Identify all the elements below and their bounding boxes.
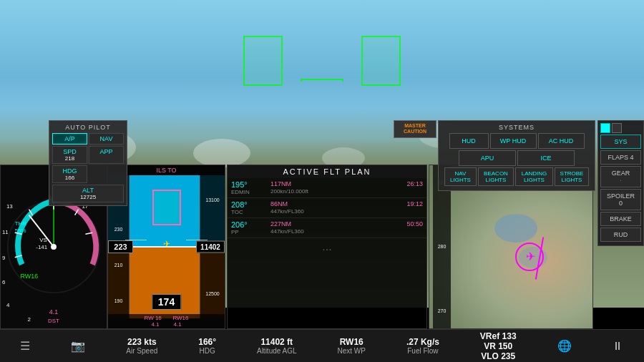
ai-speed-box: 223	[108, 240, 133, 253]
spd-button[interactable]: SPD218	[52, 146, 87, 164]
fp-row-3: 206° PP 227NM 447kn/FL360 50:50	[228, 218, 426, 238]
fp-time-3: 50:50	[366, 220, 423, 228]
snow-patch	[193, 139, 250, 167]
fp-row-1: 195° EDMIN 117NM 200kn/10.000ft 26:13	[228, 178, 426, 198]
svg-text:11: 11	[2, 229, 9, 235]
ap-title: AUTO PILOT	[52, 124, 124, 131]
svg-text:-141: -141	[36, 244, 47, 250]
right-panel: SYS FLAPS 4 GEAR· SPOILER0 BRAKE RUD	[597, 120, 644, 246]
sys-right-button[interactable]: SYS	[600, 134, 641, 149]
fp-time-2: 19:12	[366, 200, 423, 207]
right-panel-icons	[600, 123, 641, 133]
wp-hud-button[interactable]: WP HUD	[490, 133, 537, 149]
hdg-stat: 166° HDG	[198, 337, 216, 355]
svg-text:6: 6	[2, 279, 6, 285]
ai-altitude-box: 11402	[196, 241, 225, 253]
vref-stat: VRef 133 VR 150 VLO 235	[480, 331, 517, 361]
brake-button[interactable]: BRAKE	[600, 212, 641, 226]
airspeed-label: Air Speed	[126, 347, 157, 355]
systems-row-1: HUD WP HUD AC HUD	[441, 133, 592, 149]
altitude-stat: 11402 ft Altitude AGL	[257, 337, 297, 355]
pause-icon[interactable]: ⏸	[612, 340, 623, 353]
systems-row-3: NAVLIGHTS BEACONLIGHTS LANDINGLIGHTS STR…	[441, 167, 592, 186]
altitude-label: Altitude AGL	[257, 347, 297, 355]
hud-box-right	[361, 36, 401, 86]
ice-button[interactable]: ICE	[517, 150, 575, 166]
ac-hud-button[interactable]: AC HUD	[538, 133, 585, 149]
fuelflow-value: .27 Kg/s	[406, 337, 439, 347]
apu-button[interactable]: APU	[459, 150, 516, 166]
master-caution[interactable]: MASTERCAUTION	[394, 120, 436, 138]
camera-icon[interactable]: 📷	[71, 339, 85, 353]
systems-panel: SYSTEMS HUD WP HUD AC HUD APU ICE NAVLIG…	[438, 120, 595, 191]
fp-wp-1: 117NM 200kn/10.000ft	[270, 180, 366, 195]
rud-button[interactable]: RUD	[600, 228, 641, 242]
airspeed-stat: 223 kts Air Speed	[126, 337, 157, 355]
svg-text:9: 9	[2, 255, 5, 261]
hdg-value: 166°	[198, 337, 216, 347]
autopilot-panel: AUTO PILOT A/P NAV SPD218 APP HDG166 ALT…	[49, 120, 127, 206]
fp-wp-3: 227NM 447kn/FL360	[270, 220, 366, 235]
vlo-value: VLO 235	[480, 351, 517, 361]
nav-button[interactable]: NAV	[89, 133, 124, 145]
fp-deg-1: 195° EDMIN	[231, 180, 270, 195]
svg-text:13: 13	[6, 203, 13, 210]
flaps-button[interactable]: FLAPS 4	[600, 150, 641, 165]
airspeed-value: 223 kts	[126, 337, 157, 347]
fp-header: ACTIVE FLT PLAN	[228, 165, 426, 178]
svg-text:THR: THR	[15, 220, 26, 227]
vr-value: VR 150	[480, 341, 517, 351]
fp-wp-2: 86NM 447kn/FL360	[270, 200, 366, 215]
svg-text:4: 4	[6, 302, 10, 308]
fp-dots: ...	[228, 238, 426, 255]
svg-text:4.1: 4.1	[49, 308, 58, 315]
fp-row-2: 208° TOC 86NM 447kn/FL360 19:12	[228, 198, 426, 218]
hdg-button[interactable]: HDG166	[52, 165, 87, 183]
svg-text:DST: DST	[48, 318, 59, 324]
app-button[interactable]: APP	[89, 146, 124, 164]
ap-button[interactable]: A/P	[52, 133, 87, 145]
fp-time-1: 26:13	[366, 180, 423, 187]
alt-button[interactable]: ALT12725	[52, 185, 124, 202]
right-icon-cyan	[600, 123, 610, 133]
hud-center	[301, 79, 343, 82]
ai-footer: RW 16 RW16 4.1 4.1	[108, 314, 225, 328]
landing-lights-button[interactable]: LANDINGLIGHTS	[515, 167, 553, 186]
nextwp-label: Next WP	[338, 347, 366, 355]
flight-plan-panel: ACTIVE FLT PLAN 195° EDMIN 117NM 200kn/1…	[227, 165, 427, 329]
bottom-bar: ☰ 📷 223 kts Air Speed 166° HDG 11402 ft …	[0, 329, 644, 362]
pitch-line-right	[186, 240, 208, 240]
ap-grid: A/P NAV SPD218 APP HDG166 ALT12725	[52, 133, 124, 202]
hdg-label: HDG	[198, 347, 216, 355]
systems-row-2: APU ICE	[441, 150, 592, 166]
beacon-lights-button[interactable]: BEACONLIGHTS	[478, 167, 514, 186]
pitch-line-left	[125, 240, 147, 240]
fp-deg-3: 206° PP	[231, 220, 270, 235]
aircraft-symbol: ✈	[163, 239, 170, 249]
ai-runway-rect	[152, 190, 181, 225]
hud-box-left	[243, 36, 283, 86]
systems-title: SYSTEMS	[441, 124, 592, 131]
hud-bracket-top	[301, 79, 343, 82]
right-icon-gray	[612, 123, 622, 133]
master-caution-text: MASTERCAUTION	[396, 123, 434, 135]
hud-runway-boxes	[243, 36, 401, 86]
svg-text:2: 2	[27, 316, 30, 323]
nav-lights-button[interactable]: NAVLIGHTS	[444, 167, 477, 186]
svg-point-18	[51, 244, 57, 250]
fuelflow-label: Fuel Flow	[406, 347, 439, 355]
ai-heading-box: 174	[152, 294, 181, 310]
gear-button[interactable]: GEAR·	[600, 166, 641, 187]
nextwp-value: RW16	[338, 337, 366, 347]
svg-text:RW16: RW16	[21, 273, 39, 280]
strobe-lights-button[interactable]: STROBELIGHTS	[555, 167, 589, 186]
spoiler-button[interactable]: SPOILER0	[600, 189, 641, 210]
altitude-value: 11402 ft	[257, 337, 297, 347]
fuelflow-stat: .27 Kg/s Fuel Flow	[406, 337, 439, 355]
hud-button[interactable]: HUD	[449, 133, 489, 149]
globe-icon[interactable]: 🌐	[557, 339, 572, 353]
fp-deg-2: 208° TOC	[231, 200, 270, 215]
menu-icon[interactable]: ☰	[20, 339, 30, 353]
svg-text:VS: VS	[39, 237, 47, 243]
svg-text:55%: 55%	[15, 228, 26, 234]
